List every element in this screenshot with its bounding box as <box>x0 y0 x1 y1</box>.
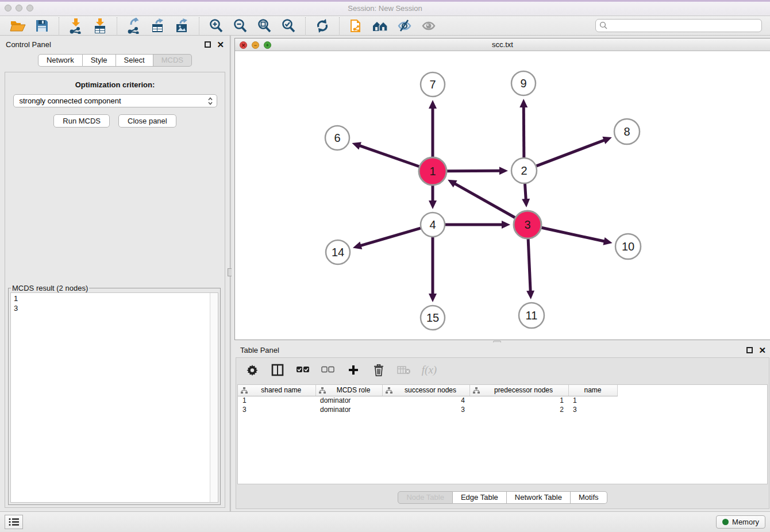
select-stepper-icon <box>207 97 213 106</box>
zoom-fit-icon[interactable] <box>255 17 274 34</box>
table-cell[interactable]: dominator <box>315 396 382 405</box>
column-header-successor-nodes[interactable]: successor nodes <box>382 385 469 396</box>
node-label-7: 7 <box>429 78 436 91</box>
window-minimize-icon[interactable] <box>16 5 22 11</box>
network-window-titlebar[interactable]: ✕ − + scc.txt <box>235 38 770 51</box>
table-header-row: shared nameMCDS rolesuccessor nodesprede… <box>238 385 617 396</box>
node-label-10: 10 <box>622 240 634 253</box>
edge-arrow-1-4 <box>429 201 437 209</box>
edge-3-10[interactable] <box>541 228 605 241</box>
edge-2-8[interactable] <box>537 140 605 166</box>
memory-status-icon <box>722 519 729 525</box>
network-graph[interactable]: 7968124314101511 <box>235 51 770 340</box>
edge-2-3[interactable] <box>525 184 526 200</box>
close-panel-button[interactable]: Close panel <box>118 114 176 128</box>
edge-3-1[interactable] <box>454 183 515 218</box>
tab-network-table[interactable]: Network Table <box>507 491 571 504</box>
table-panel-float-icon[interactable] <box>746 347 753 353</box>
tab-style[interactable]: Style <box>83 54 116 67</box>
node-label-11: 11 <box>526 309 538 322</box>
node-table[interactable]: shared nameMCDS rolesuccessor nodesprede… <box>237 384 768 484</box>
refresh-icon[interactable] <box>313 17 332 34</box>
table-cell[interactable]: 3 <box>238 405 315 414</box>
table-cell[interactable]: 4 <box>382 396 469 405</box>
table-cell[interactable]: 1 <box>469 396 568 405</box>
memory-button[interactable]: Memory <box>716 515 765 529</box>
table-cell[interactable]: 1 <box>238 396 315 405</box>
import-table-icon[interactable] <box>91 17 109 34</box>
tab-edge-table[interactable]: Edge Table <box>453 491 507 504</box>
table-cell[interactable]: dominator <box>315 405 382 414</box>
edge-arrow-4-3 <box>502 221 510 229</box>
tab-network[interactable]: Network <box>38 54 83 67</box>
search-field[interactable] <box>595 19 762 32</box>
open-file-icon[interactable] <box>9 17 27 34</box>
table-tabs: Node TableEdge TableNetwork TableMotifs <box>398 491 607 504</box>
add-column-icon[interactable] <box>346 363 360 377</box>
column-header-name[interactable]: name <box>568 385 617 396</box>
tab-select[interactable]: Select <box>116 54 153 67</box>
edge-arrow-4-14 <box>353 242 362 249</box>
mcds-result-title: MCDS result (2 nodes) <box>11 284 89 292</box>
network-close-icon[interactable]: ✕ <box>240 41 247 49</box>
tab-node-table[interactable]: Node Table <box>398 491 453 504</box>
hierarchy-icon <box>241 387 248 394</box>
window-zoom-icon[interactable] <box>26 5 33 11</box>
columns-icon[interactable] <box>271 363 284 377</box>
column-header-MCDS-role[interactable]: MCDS role <box>315 385 382 396</box>
edge-4-14[interactable] <box>360 228 420 246</box>
tab-mcds[interactable]: MCDS <box>153 54 192 67</box>
table-cell[interactable]: 1 <box>568 396 617 405</box>
unselect-all-checkbox-icon[interactable] <box>321 363 335 377</box>
export-network-icon[interactable] <box>125 17 143 34</box>
mcds-result-text[interactable]: 1 3 <box>11 293 210 502</box>
node-label-14: 14 <box>332 246 344 259</box>
zoom-out-icon[interactable] <box>231 17 249 34</box>
network-zoom-icon[interactable]: + <box>264 41 271 49</box>
table-cell[interactable]: 3 <box>382 405 469 414</box>
first-neighbors-icon[interactable] <box>371 17 390 34</box>
zoom-in-icon[interactable] <box>207 17 225 34</box>
new-network-from-selection-icon[interactable] <box>347 17 365 34</box>
save-session-icon[interactable] <box>33 17 51 34</box>
edge-2-9[interactable] <box>523 106 524 157</box>
table-cell[interactable]: 3 <box>568 405 617 414</box>
table-row[interactable]: 3dominator323 <box>238 405 617 414</box>
select-all-checkbox-icon[interactable] <box>296 363 310 377</box>
app-titlebar: Session: New Session <box>0 0 770 16</box>
edge-1-2[interactable] <box>447 171 500 171</box>
window-close-icon[interactable] <box>5 5 11 11</box>
optimization-criterion-value: strongly connected component <box>20 97 207 105</box>
task-history-icon[interactable] <box>5 515 23 529</box>
zoom-selected-icon[interactable] <box>279 17 298 34</box>
network-window-title: scc.txt <box>235 40 770 49</box>
status-bar: Memory <box>0 511 770 532</box>
export-image-icon[interactable] <box>173 17 191 34</box>
result-scrollbar[interactable] <box>210 293 218 502</box>
column-header-predecessor-nodes[interactable]: predecessor nodes <box>469 385 568 396</box>
show-all-icon[interactable] <box>419 17 438 34</box>
table-panel-title: Table Panel <box>240 346 746 354</box>
control-panel-close-icon[interactable]: ✕ <box>217 41 224 48</box>
control-panel-float-icon[interactable] <box>205 41 211 48</box>
node-label-8: 8 <box>623 125 630 138</box>
tab-motifs[interactable]: Motifs <box>571 491 607 504</box>
run-mcds-button[interactable]: Run MCDS <box>53 114 110 128</box>
gear-icon[interactable] <box>245 363 259 377</box>
optimization-criterion-select[interactable]: strongly connected component <box>13 94 217 107</box>
delete-column-icon[interactable] <box>372 363 386 377</box>
network-minimize-icon[interactable]: − <box>252 41 259 49</box>
table-panel-close-icon[interactable]: ✕ <box>759 347 766 353</box>
edge-3-11[interactable] <box>528 239 530 292</box>
hide-selected-icon[interactable] <box>395 17 414 34</box>
network-canvas[interactable]: 7968124314101511 <box>235 51 770 340</box>
edge-1-6[interactable] <box>359 145 419 167</box>
import-network-icon[interactable] <box>67 17 85 34</box>
table-cell[interactable]: 2 <box>469 405 568 414</box>
function-builder-icon: f(x) <box>422 363 436 377</box>
column-header-shared-name[interactable]: shared name <box>238 385 315 396</box>
export-table-icon[interactable] <box>149 17 167 34</box>
table-row[interactable]: 1dominator411 <box>238 396 617 405</box>
table-body: 1dominator4113dominator323 <box>238 396 617 414</box>
search-input[interactable] <box>610 22 758 30</box>
